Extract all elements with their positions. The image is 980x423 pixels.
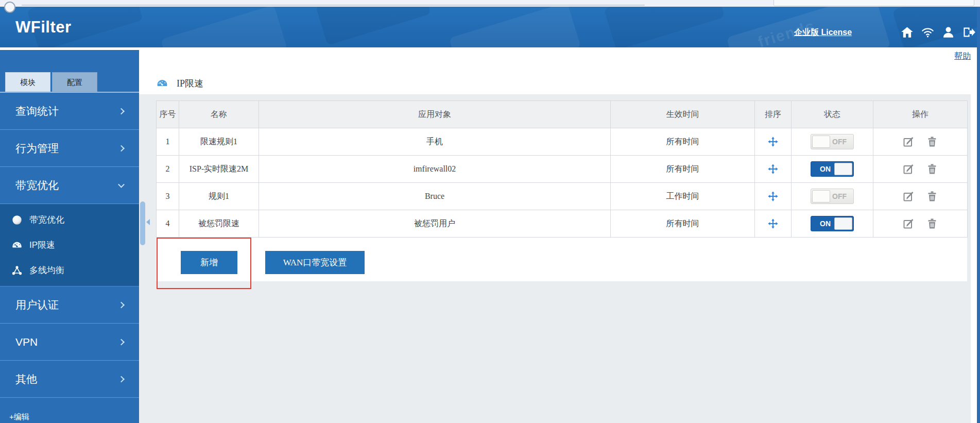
table-row: 4 被惩罚限速 被惩罚用户 所有时间 ON (157, 210, 968, 238)
status-toggle[interactable]: OFF (811, 134, 854, 149)
toggle-knob (834, 163, 852, 175)
home-icon[interactable] (900, 25, 914, 39)
sidebar-menu-item[interactable]: 行为管理 (0, 130, 139, 167)
table-header-row: 序号名称应用对象生效时间排序状态操作 (157, 101, 968, 128)
cell-name: ISP-实时限速2M (179, 156, 259, 183)
app-header: friends WFilter 企业版 License (0, 7, 980, 47)
chevron-icon (118, 376, 125, 382)
button-row: 新增 WAN口带宽设置 (181, 251, 967, 274)
sidebar-tabs: 模块配置 (5, 72, 139, 92)
cell-target: Bruce (259, 183, 611, 210)
cell-target: imfirewall02 (259, 156, 611, 183)
sidebar: 模块配置 查询统计 行为管理 带宽优化 带宽优化 IP限速 多线均衡 用户认证 … (0, 47, 139, 423)
cell-index: 1 (157, 128, 179, 156)
cell-time: 工作时间 (611, 183, 755, 210)
edit-icon[interactable] (902, 163, 915, 175)
chevron-icon (118, 181, 125, 188)
move-icon[interactable] (767, 163, 779, 175)
wifi-icon[interactable] (921, 25, 935, 39)
column-header: 应用对象 (259, 101, 611, 128)
sidebar-submenu-item[interactable]: IP限速 (0, 232, 139, 258)
cell-target: 手机 (259, 128, 611, 156)
sidebar-menu-item[interactable]: VPN (0, 324, 139, 361)
toggle-label: ON (820, 165, 831, 173)
sidebar-menu-item[interactable]: 用户认证 (0, 286, 139, 324)
toggle-label: OFF (832, 192, 847, 200)
sidebar-submenu: 带宽优化 IP限速 多线均衡 (0, 204, 139, 286)
edit-icon[interactable] (902, 217, 915, 230)
cell-actions (873, 210, 968, 238)
cell-time: 所有时间 (611, 156, 755, 183)
cell-name: 规则1 (179, 183, 259, 210)
sidebar-submenu-item[interactable]: 带宽优化 (0, 207, 139, 232)
cell-actions (873, 183, 968, 210)
edit-icon[interactable] (902, 136, 915, 148)
logout-icon[interactable] (962, 25, 976, 39)
header-icon-bar (900, 25, 976, 39)
browser-ui-fragment (773, 0, 974, 6)
chevron-icon (118, 145, 125, 151)
sidebar-menu-item[interactable]: 带宽优化 (0, 167, 139, 204)
edit-icon[interactable] (902, 190, 915, 202)
cell-name: 限速规则1 (179, 128, 259, 156)
column-header: 状态 (792, 101, 873, 128)
sphere-icon (11, 214, 23, 226)
sidebar-submenu-item[interactable]: 多线均衡 (0, 258, 139, 283)
cell-actions (873, 156, 968, 183)
sidebar-tab[interactable]: 模块 (5, 72, 50, 92)
sidebar-collapse-handle[interactable] (140, 201, 145, 245)
table-body: 1 限速规则1 手机 所有时间 OFF 2 ISP-实时限速2M imfirew… (157, 128, 968, 238)
cell-index: 2 (157, 156, 179, 183)
speedometer-icon (156, 77, 168, 90)
speedometer-icon (11, 240, 23, 251)
cell-status: ON (792, 210, 873, 238)
cell-sort (755, 210, 792, 238)
table-row: 1 限速规则1 手机 所有时间 OFF (157, 128, 968, 156)
chevron-icon (118, 339, 125, 345)
cell-name: 被惩罚限速 (179, 210, 259, 238)
main-content: 帮助 IP限速 序号名称应用对象生效时间排序状态操作 1 限速规则1 手机 所有… (139, 47, 977, 423)
sidebar-menu: 查询统计 行为管理 带宽优化 带宽优化 IP限速 多线均衡 用户认证 VPN 其… (0, 93, 139, 398)
rules-panel: 序号名称应用对象生效时间排序状态操作 1 限速规则1 手机 所有时间 OFF 2… (156, 100, 967, 281)
sidebar-edit-link[interactable]: +编辑 (9, 412, 29, 422)
sidebar-menu-item[interactable]: 其他 (0, 361, 139, 398)
column-header: 生效时间 (611, 101, 755, 128)
trash-icon[interactable] (926, 163, 938, 175)
license-link[interactable]: 企业版 License (794, 27, 852, 38)
browser-tab-favicon-circle (4, 2, 15, 13)
column-header: 操作 (873, 101, 968, 128)
sidebar-menu-item[interactable]: 查询统计 (0, 93, 139, 130)
move-icon[interactable] (767, 136, 779, 147)
status-toggle[interactable]: OFF (811, 189, 854, 204)
toggle-knob (812, 190, 830, 202)
sidebar-top-divider (0, 47, 139, 50)
help-link[interactable]: 帮助 (954, 51, 971, 62)
trash-icon[interactable] (926, 217, 938, 230)
page-title: IP限速 (177, 77, 203, 90)
trash-icon[interactable] (926, 136, 938, 148)
table-row: 3 规则1 Bruce 工作时间 OFF (157, 183, 968, 210)
sidebar-tab[interactable]: 配置 (52, 72, 97, 92)
trash-icon[interactable] (926, 190, 938, 202)
add-button[interactable]: 新增 (181, 251, 237, 274)
move-icon[interactable] (767, 191, 779, 202)
browser-chrome-strip (0, 0, 980, 7)
cell-status: OFF (792, 183, 873, 210)
status-toggle[interactable]: ON (811, 216, 854, 231)
cell-target: 被惩罚用户 (259, 210, 611, 238)
cell-sort (755, 183, 792, 210)
sidebar-collapse-arrow-icon[interactable] (146, 219, 150, 225)
table-row: 2 ISP-实时限速2M imfirewall02 所有时间 ON (157, 156, 968, 183)
window-right-edge (977, 7, 980, 423)
cell-index: 3 (157, 183, 179, 210)
cell-time: 所有时间 (611, 210, 755, 238)
cell-status: ON (792, 156, 873, 183)
wan-bandwidth-settings-button[interactable]: WAN口带宽设置 (265, 251, 365, 274)
status-toggle[interactable]: ON (811, 161, 854, 177)
chevron-icon (118, 108, 125, 114)
cell-time: 所有时间 (611, 128, 755, 156)
load-balance-icon (11, 265, 23, 276)
ip-rate-limit-table: 序号名称应用对象生效时间排序状态操作 1 限速规则1 手机 所有时间 OFF 2… (156, 100, 968, 238)
user-icon[interactable] (941, 25, 955, 39)
move-icon[interactable] (767, 218, 779, 229)
